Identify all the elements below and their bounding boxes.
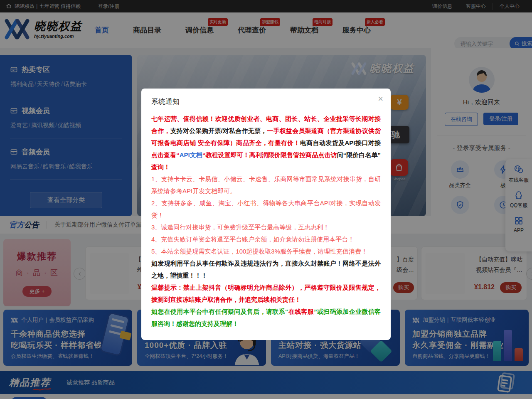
close-icon[interactable]: × <box>378 94 383 103</box>
modal-warning-ban: 如发现利用平台从事任何欺诈及违规违法行为，直接永久封禁账户！网络不是法外之地，望… <box>151 257 381 281</box>
modal-numbered-list: 1、支持卡卡云、卡易信、小储云、卡速售、乐商网等市面常见系统对接串货，自研系统请… <box>151 173 381 257</box>
modal-footer-note: 如您在使用本平台中有任何疑问及售后，请联系“在线客服”或扫码添加企业微信客服咨询… <box>151 305 381 330</box>
modal-warning-tips: 温馨提示：禁止上架抖音（明确标明允许商品除外），严格遵守限价及限售规定，拨测到直… <box>151 281 381 305</box>
modal-intro: 七年运营、值得信赖！欢迎优质创业者、电商、团长、站长、企业批采等长期对接合作，支… <box>151 113 381 173</box>
system-notice-modal: 系统通知 × 七年运营、值得信赖！欢迎优质创业者、电商、团长、站长、企业批采等长… <box>141 89 391 340</box>
page: 晓晓权益｜七年运营 值得信赖 登录/注册 调价信息 客服中心 个人中心 晓晓权益… <box>0 0 532 399</box>
modal-title: 系统通知 <box>151 97 381 106</box>
modal-body: 七年运营、值得信赖！欢迎优质创业者、电商、团长、站长、企业批采等长期对接合作，支… <box>151 113 381 330</box>
